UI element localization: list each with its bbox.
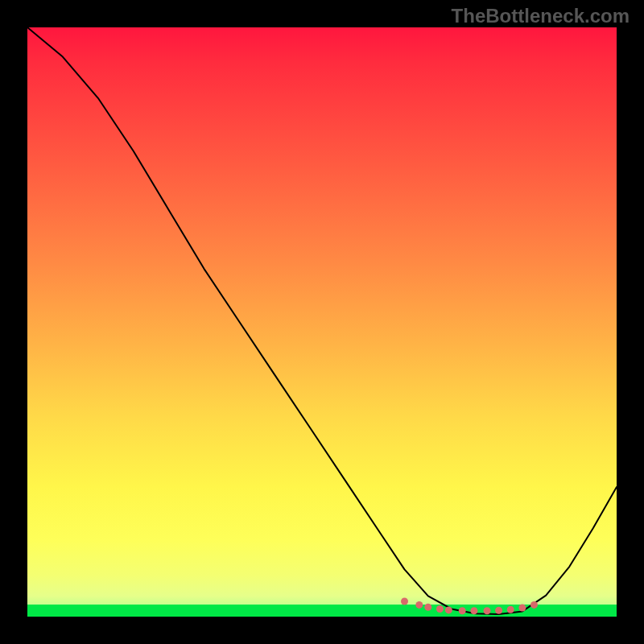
chart-dot <box>436 605 444 613</box>
chart-dot <box>424 604 431 611</box>
chart-svg <box>27 27 617 617</box>
chart-dot <box>495 607 502 614</box>
chart-dot <box>518 605 526 612</box>
chart-dot <box>530 601 538 609</box>
chart-dot <box>484 607 491 614</box>
chart-dot <box>459 607 466 614</box>
watermark-text: TheBottleneck.com <box>452 5 630 27</box>
chart-dot <box>415 601 423 609</box>
chart-line <box>27 27 617 614</box>
chart-dot <box>507 606 514 613</box>
chart-dot <box>470 607 477 614</box>
chart-plot-area <box>27 27 617 617</box>
chart-dot <box>401 598 408 605</box>
chart-dot <box>445 606 452 613</box>
frame: TheBottleneck.com <box>0 0 644 644</box>
